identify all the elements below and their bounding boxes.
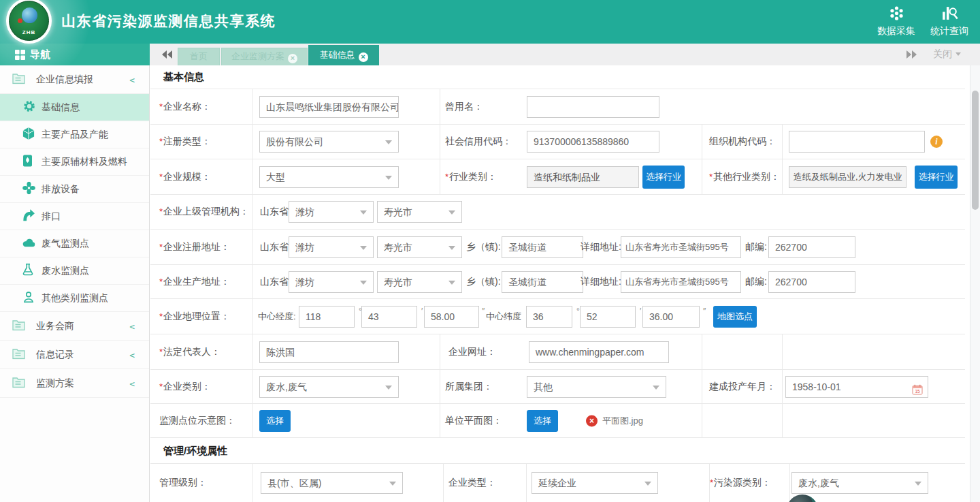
choose-file-button[interactable]: 选择 bbox=[259, 410, 291, 432]
city-select[interactable]: 潍坊 bbox=[289, 201, 374, 223]
other-industry-input[interactable]: 造纸及纸制品业,火力发电业 bbox=[789, 166, 906, 188]
former-name-label: 曾用名： bbox=[445, 101, 483, 113]
close-tab-icon[interactable] bbox=[288, 54, 297, 63]
company-category-label: *企业类别： bbox=[159, 381, 211, 393]
sidebar-item-gas-monitor[interactable]: 废气监测点 bbox=[0, 230, 149, 257]
chevron-down-icon bbox=[389, 482, 396, 486]
choose-file-button[interactable]: 选择 bbox=[527, 410, 558, 432]
sidebar-item-business-consult[interactable]: 业务会商 < bbox=[0, 312, 149, 341]
close-menu-button[interactable]: 关闭 bbox=[933, 48, 961, 61]
chevron-down-icon bbox=[915, 482, 921, 486]
manage-level-select[interactable]: 县(市、区属) bbox=[261, 472, 403, 494]
county-select[interactable]: 寿光市 bbox=[377, 236, 462, 258]
scroll-tabs-left-button[interactable] bbox=[161, 50, 173, 62]
sidebar-item-label: 废气监测点 bbox=[42, 238, 89, 250]
sidebar-item-raw-materials[interactable]: 主要原辅材料及燃料 bbox=[0, 148, 149, 176]
calendar-icon[interactable]: 15 bbox=[912, 381, 923, 398]
scrollbar-thumb[interactable] bbox=[972, 91, 979, 210]
detail-addr-label: 详细地址: bbox=[581, 241, 621, 253]
lng-sec-input[interactable]: 58.00 bbox=[424, 306, 479, 328]
sidebar-item-other-monitor[interactable]: 其他类别监测点 bbox=[0, 285, 149, 312]
city-select[interactable]: 潍坊 bbox=[289, 236, 374, 258]
detail-addr-label: 详细地址: bbox=[581, 276, 621, 288]
statistics-query-button[interactable]: 统计查询 bbox=[923, 5, 976, 37]
company-name-input[interactable]: 山东晨鸣纸业集团股份有限公司 bbox=[259, 96, 399, 118]
fan-icon bbox=[22, 181, 35, 197]
production-date-label: 建成投产年月： bbox=[709, 381, 776, 393]
sidebar: 企业信息填报 < 基础信息 主要产品及产能 主要原辅材料及燃料 排放设备 排口 … bbox=[0, 65, 150, 502]
sidebar-item-main-products[interactable]: 主要产品及产能 bbox=[0, 121, 149, 148]
data-collection-label: 数据采集 bbox=[870, 25, 923, 37]
former-name-input[interactable] bbox=[527, 96, 659, 118]
lat-deg-input[interactable]: 36 bbox=[526, 306, 572, 328]
pollution-type-select[interactable]: 废水,废气 bbox=[791, 472, 928, 494]
county-select[interactable]: 寿光市 bbox=[377, 201, 462, 223]
town-input[interactable]: 圣城街道 bbox=[502, 236, 583, 258]
chevron-down-icon bbox=[360, 210, 367, 215]
row-company-name: *企业名称： 山东晨鸣纸业集团股份有限公司 曾用名： bbox=[150, 89, 965, 125]
logo-dot bbox=[18, 18, 22, 23]
tab-basic-info[interactable]: 基础信息 bbox=[308, 45, 379, 65]
industry-input[interactable]: 造纸和纸制品业 bbox=[527, 166, 639, 188]
row-register-type: *注册类型： 股份有限公司 社会信用代码： 913700006135889860… bbox=[150, 125, 965, 159]
chevron-left-icon: < bbox=[129, 378, 135, 388]
select-industry-button[interactable]: 选择行业 bbox=[642, 166, 685, 189]
delete-file-icon[interactable] bbox=[586, 415, 598, 426]
sidebar-item-enterprise-info[interactable]: 企业信息填报 < bbox=[0, 65, 149, 94]
sidebar-item-info-record[interactable]: 信息记录 < bbox=[0, 341, 149, 369]
group-select[interactable]: 其他 bbox=[527, 376, 666, 398]
website-label: 企业网址： bbox=[448, 346, 496, 358]
lat-min-input[interactable]: 52 bbox=[580, 306, 636, 328]
company-category-select[interactable]: 废水,废气 bbox=[259, 376, 399, 398]
scroll-tabs-right-button[interactable] bbox=[906, 50, 917, 62]
minute-symbol: ′ bbox=[421, 307, 423, 316]
second-symbol: ″ bbox=[703, 307, 706, 316]
county-select[interactable]: 寿光市 bbox=[377, 271, 462, 293]
row-register-addr: *企业注册地址： 山东省 潍坊 寿光市 乡（镇): 圣城街道 详细地址: 山东省… bbox=[150, 230, 965, 265]
chevron-down-icon bbox=[360, 281, 367, 285]
map-pick-button[interactable]: 地图选点 bbox=[713, 306, 757, 328]
lat-sec-input[interactable]: 36.00 bbox=[642, 306, 700, 328]
sidebar-item-label: 排口 bbox=[42, 210, 61, 223]
data-collection-button[interactable]: 数据采集 bbox=[870, 5, 923, 37]
province-text: 山东省 bbox=[260, 206, 289, 218]
zip-input[interactable]: 262700 bbox=[768, 236, 855, 258]
sidebar-item-label: 排放设备 bbox=[42, 183, 80, 195]
chevron-left-icon: < bbox=[129, 349, 135, 360]
company-scale-label: *企业规模： bbox=[159, 171, 211, 183]
detail-addr-input[interactable]: 山东省寿光市圣城街595号 bbox=[621, 236, 741, 258]
production-date-input[interactable]: 1958-10-01 15 bbox=[785, 376, 928, 398]
enterprise-type-select[interactable]: 延续企业 bbox=[532, 472, 658, 494]
close-tab-icon[interactable] bbox=[359, 52, 368, 62]
org-code-input[interactable] bbox=[789, 131, 925, 153]
folder-icon bbox=[12, 347, 25, 362]
lng-min-input[interactable]: 43 bbox=[361, 306, 417, 328]
sidebar-item-basic-info[interactable]: 基础信息 bbox=[0, 94, 149, 121]
lng-deg-input[interactable]: 118 bbox=[299, 306, 355, 328]
register-type-select[interactable]: 股份有限公司 bbox=[259, 131, 399, 153]
select-industry-button[interactable]: 选择行业 bbox=[915, 166, 958, 189]
website-input[interactable]: www.chenmingpaper.com bbox=[529, 341, 669, 363]
city-select[interactable]: 潍坊 bbox=[289, 271, 374, 293]
lat-label: 中心纬度 bbox=[486, 311, 521, 323]
town-label: 乡（镇): bbox=[466, 276, 501, 288]
row-diagrams: 监测点位示意图： 选择 单位平面图： 选择 平面图.jpg bbox=[150, 404, 965, 438]
sidebar-item-monitor-plan[interactable]: 监测方案 < bbox=[0, 369, 149, 398]
sidebar-item-emission-equipment[interactable]: 排放设备 bbox=[0, 176, 149, 203]
flask-icon bbox=[22, 263, 33, 279]
info-icon[interactable] bbox=[930, 136, 943, 148]
sidebar-item-outlet[interactable]: 排口 bbox=[0, 203, 149, 230]
town-input[interactable]: 圣城街道 bbox=[502, 271, 583, 293]
stats-search-icon bbox=[941, 5, 959, 21]
zip-input[interactable]: 262700 bbox=[768, 271, 855, 293]
register-type-label: *注册类型： bbox=[159, 136, 211, 148]
legal-rep-input[interactable]: 陈洪国 bbox=[259, 341, 399, 363]
chevron-down-icon bbox=[448, 246, 455, 250]
tab-home[interactable]: 首页 bbox=[178, 48, 220, 65]
tab-enterprise-monitor-plan[interactable]: 企业监测方案 bbox=[221, 48, 308, 65]
town-label: 乡（镇): bbox=[466, 241, 501, 253]
company-scale-select[interactable]: 大型 bbox=[259, 166, 399, 188]
sidebar-item-water-monitor[interactable]: 废水监测点 bbox=[0, 257, 149, 285]
credit-code-input[interactable]: 913700006135889860 bbox=[527, 131, 659, 153]
detail-addr-input[interactable]: 山东省寿光市圣城街595号 bbox=[621, 271, 741, 293]
